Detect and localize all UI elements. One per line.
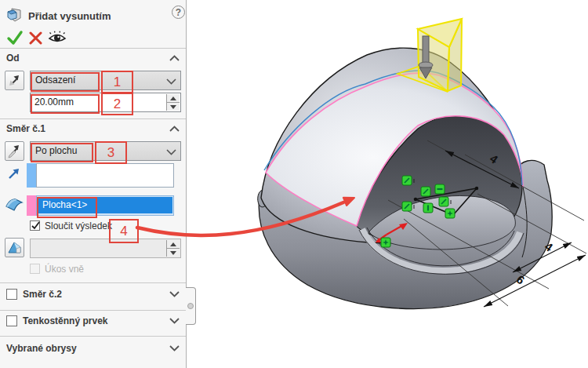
callout-marker-3: 3 — [95, 141, 127, 164]
divider — [0, 336, 186, 337]
divider — [0, 48, 186, 49]
chevron-down-icon[interactable] — [169, 291, 180, 297]
direction-selection-box[interactable] — [36, 163, 174, 188]
callout-box-end-condition — [31, 143, 93, 162]
panel-title: Přidat vysunutím — [28, 10, 111, 22]
chevron-down-icon — [166, 149, 176, 155]
divider — [0, 282, 186, 283]
section-dir1-header[interactable]: Směr č.1 — [6, 123, 45, 134]
chevron-down-icon[interactable] — [169, 318, 180, 324]
relation-badge[interactable] — [402, 176, 412, 185]
direction-edit-icon — [5, 142, 24, 160]
ok-button[interactable] — [6, 30, 24, 46]
divider — [0, 310, 186, 311]
property-manager-panel: Přidat vysunutím ? Od Odsazení 20.00mm — [0, 0, 187, 368]
section-thin-header[interactable]: Tenkostěnný prvek — [23, 315, 107, 326]
chevron-down-icon[interactable] — [169, 345, 180, 352]
direction-arrow-icon — [7, 166, 21, 180]
face-icon — [5, 196, 24, 212]
callout-marker-1: 1 — [101, 71, 133, 93]
cancel-button[interactable] — [29, 31, 42, 45]
spinner-down-icon — [167, 249, 180, 257]
section-dir2-header[interactable]: Směr č.2 — [23, 289, 62, 300]
chevron-up-icon[interactable] — [169, 55, 180, 61]
dir2-checkbox[interactable] — [6, 289, 17, 300]
preview-eye-icon[interactable] — [48, 31, 67, 45]
relation-badge[interactable] — [445, 209, 455, 218]
chevron-up-icon[interactable] — [169, 126, 180, 132]
draft-outward-checkbox — [30, 264, 40, 274]
callout-box-offset — [31, 94, 100, 114]
splitter-dot-icon — [187, 303, 194, 309]
checkmark-icon — [31, 220, 41, 231]
draft-spinner — [166, 240, 180, 257]
boss-extrude-icon — [5, 5, 24, 24]
spinner-up-icon[interactable] — [167, 94, 180, 103]
divider — [0, 118, 186, 119]
draft-angle-input — [30, 239, 181, 258]
callout-marker-4: 4 — [109, 219, 139, 243]
thin-feature-checkbox[interactable] — [6, 315, 17, 326]
offset-spinner[interactable] — [166, 94, 180, 111]
help-icon[interactable]: ? — [172, 5, 185, 19]
chevron-down-icon — [166, 78, 176, 85]
spinner-down-icon[interactable] — [167, 103, 180, 111]
relation-badge[interactable] — [421, 187, 430, 196]
draft-button[interactable] — [5, 238, 24, 257]
draft-icon — [5, 239, 24, 257]
direction-swatch — [27, 163, 36, 188]
section-contours-header[interactable]: Vybrané obrysy — [6, 343, 77, 354]
relation-badge[interactable] — [402, 202, 412, 211]
merge-result-checkbox[interactable] — [30, 220, 40, 231]
relation-badge[interactable] — [381, 238, 390, 247]
reverse-direction-button[interactable] — [5, 71, 24, 90]
relation-badge[interactable] — [423, 203, 433, 213]
relation-badge[interactable] — [439, 197, 448, 206]
section-od-header[interactable]: Od — [6, 53, 20, 64]
face-swatch — [27, 195, 36, 216]
draft-outward-label: Úkos vně — [45, 264, 84, 275]
callout-box-start-condition — [31, 72, 100, 92]
spinner-up-icon — [167, 240, 180, 249]
panel-splitter-handle[interactable] — [186, 287, 196, 325]
relation-badge[interactable] — [435, 184, 445, 194]
dir1-reverse-button[interactable] — [5, 141, 24, 161]
merge-result-label[interactable]: Sloučit výsledek — [45, 220, 112, 231]
callout-box-face — [37, 197, 97, 218]
reverse-direction-icon — [5, 71, 24, 89]
callout-marker-2: 2 — [101, 93, 133, 115]
